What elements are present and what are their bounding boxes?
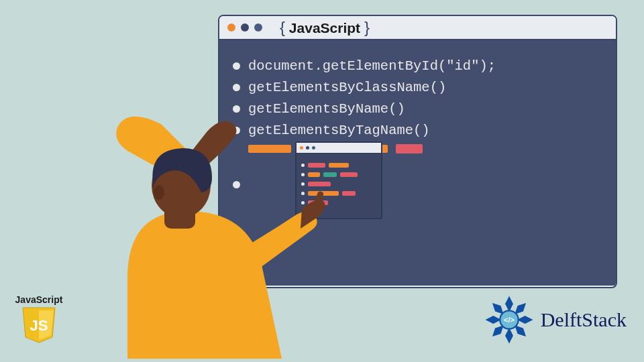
code-bar-icon xyxy=(396,144,423,154)
traffic-light-zoom-icon xyxy=(254,23,262,32)
svg-point-2 xyxy=(154,185,164,200)
delftstack-logo: </> DelftStack xyxy=(484,295,627,345)
javascript-shield-icon: JS xyxy=(21,306,56,344)
bullet-icon xyxy=(233,62,240,70)
traffic-light-minimize-icon xyxy=(241,23,249,32)
window-title: { JavaScript } xyxy=(280,18,370,37)
code-glyph: </> xyxy=(504,316,515,324)
person-illustration xyxy=(87,111,369,359)
traffic-light-close-icon xyxy=(227,23,235,32)
brace-right-icon: } xyxy=(364,18,370,36)
javascript-label: JavaScript xyxy=(15,294,63,305)
code-text: getElementsByClassName() xyxy=(248,80,446,95)
shield-js-text: JS xyxy=(30,317,48,334)
bullet-icon xyxy=(233,84,240,91)
title-text: JavaScript xyxy=(289,20,360,36)
window-titlebar: { JavaScript } xyxy=(219,16,616,40)
code-text: document.getElementById("id"); xyxy=(248,58,496,74)
brace-left-icon: { xyxy=(280,18,285,36)
person-icon xyxy=(87,111,369,359)
code-line: document.getElementById("id"); xyxy=(233,58,602,74)
code-line: getElementsByClassName() xyxy=(233,80,602,95)
javascript-badge: JavaScript JS xyxy=(15,294,63,347)
delftstack-name: DelftStack xyxy=(541,308,627,331)
delftstack-rosette-icon: </> xyxy=(484,295,534,345)
